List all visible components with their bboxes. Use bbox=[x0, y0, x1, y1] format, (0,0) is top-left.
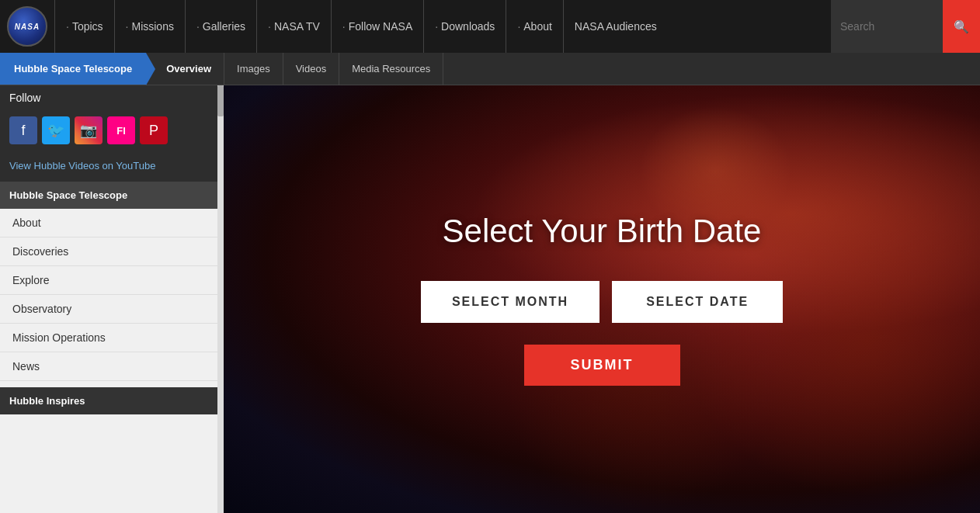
nav-dot: · bbox=[342, 20, 346, 33]
select-date-button[interactable]: SELECT DATE bbox=[612, 281, 783, 323]
nasa-logo-text: NASA bbox=[15, 23, 40, 31]
nav-dot: · bbox=[268, 20, 271, 33]
nav-item-galleries[interactable]: · Galleries bbox=[185, 0, 256, 53]
nav-items: · Topics · Missions · Galleries · NASA T… bbox=[54, 0, 831, 53]
sidebar-item-mission-operations[interactable]: Mission Operations bbox=[0, 324, 224, 352]
nasa-logo-circle: NASA bbox=[7, 6, 47, 47]
nav-dot: · bbox=[66, 20, 69, 33]
tab-images[interactable]: Images bbox=[224, 53, 283, 85]
breadcrumb-title[interactable]: Hubble Space Telescope bbox=[0, 53, 146, 85]
search-input[interactable] bbox=[840, 20, 933, 33]
select-month-button[interactable]: SELECT MONTH bbox=[421, 281, 599, 323]
scrollbar-thumb[interactable] bbox=[217, 85, 224, 116]
submit-button[interactable]: SUBMIT bbox=[524, 345, 680, 386]
hero-content: Select Your Birth Date SELECT MONTH SELE… bbox=[224, 85, 980, 513]
nav-item-topics[interactable]: · Topics bbox=[54, 0, 114, 53]
main-layout: Follow f 🐦 📷 Fl P View Hubble Videos on … bbox=[0, 85, 980, 513]
search-area bbox=[831, 0, 943, 53]
hero-title: Select Your Birth Date bbox=[443, 213, 762, 250]
nasa-logo[interactable]: NASA bbox=[0, 0, 54, 53]
sidebar-section-title: Hubble Space Telescope bbox=[0, 182, 224, 209]
nav-item-about[interactable]: · About bbox=[506, 0, 562, 53]
nav-dot: · bbox=[517, 20, 520, 33]
nav-item-missions[interactable]: · Missions bbox=[114, 0, 185, 53]
sidebar-youtube: View Hubble Videos on YouTube bbox=[0, 154, 224, 182]
instagram-icon[interactable]: 📷 bbox=[75, 116, 103, 144]
nav-dot: · bbox=[435, 20, 438, 33]
top-navigation: NASA · Topics · Missions · Galleries · N… bbox=[0, 0, 980, 53]
sidebar-item-explore[interactable]: Explore bbox=[0, 266, 224, 295]
selectors-row: SELECT MONTH SELECT DATE bbox=[421, 281, 783, 323]
tab-media-resources[interactable]: Media Resources bbox=[339, 53, 443, 85]
sidebar-menu: About Discoveries Explore Observatory Mi… bbox=[0, 209, 224, 381]
sidebar-section-title2: Hubble Inspires bbox=[0, 387, 224, 414]
search-button[interactable]: 🔍 bbox=[943, 0, 980, 53]
flickr-icon[interactable]: Fl bbox=[107, 116, 135, 144]
pinterest-icon[interactable]: P bbox=[140, 116, 168, 144]
main-content: Select Your Birth Date SELECT MONTH SELE… bbox=[224, 85, 980, 513]
nav-dot: · bbox=[126, 20, 129, 33]
breadcrumb-nav: Hubble Space Telescope Overview Images V… bbox=[0, 53, 980, 85]
sidebar-item-observatory[interactable]: Observatory bbox=[0, 295, 224, 324]
nav-item-nasa-audiences[interactable]: NASA Audiences bbox=[563, 0, 668, 53]
breadcrumb-tabs: Overview Images Videos Media Resources bbox=[154, 53, 443, 85]
nav-item-nasa-tv[interactable]: · NASA TV bbox=[256, 0, 331, 53]
nav-item-downloads[interactable]: · Downloads bbox=[423, 0, 506, 53]
sidebar-social: f 🐦 📷 Fl P bbox=[0, 110, 224, 154]
tab-videos[interactable]: Videos bbox=[283, 53, 340, 85]
nav-item-follow-nasa[interactable]: · Follow NASA bbox=[331, 0, 423, 53]
nav-dot: · bbox=[196, 20, 200, 33]
facebook-icon[interactable]: f bbox=[9, 116, 37, 144]
scrollbar-track[interactable] bbox=[217, 85, 224, 513]
sidebar-item-news[interactable]: News bbox=[0, 352, 224, 381]
sidebar-follow-label: Follow bbox=[0, 85, 224, 110]
sidebar: Follow f 🐦 📷 Fl P View Hubble Videos on … bbox=[0, 85, 224, 513]
sidebar-item-about[interactable]: About bbox=[0, 209, 224, 237]
twitter-icon[interactable]: 🐦 bbox=[42, 116, 70, 144]
sidebar-item-discoveries[interactable]: Discoveries bbox=[0, 237, 224, 266]
tab-overview[interactable]: Overview bbox=[154, 53, 224, 85]
youtube-link[interactable]: View Hubble Videos on YouTube bbox=[9, 160, 155, 172]
